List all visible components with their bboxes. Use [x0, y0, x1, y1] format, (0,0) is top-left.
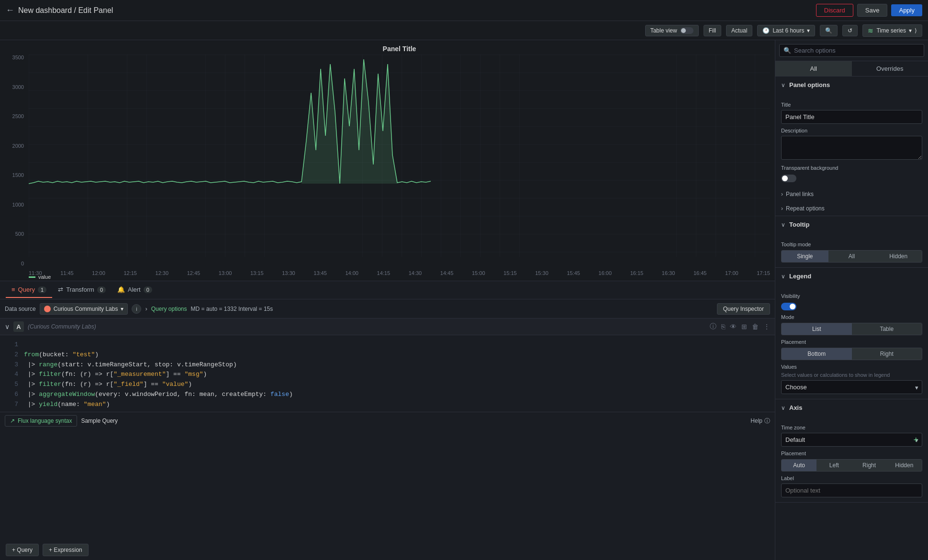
panel-description-input[interactable]: [781, 136, 922, 160]
axis-placement-auto[interactable]: Auto: [782, 460, 816, 471]
search-input[interactable]: [794, 47, 920, 54]
external-link-icon: ↗: [10, 417, 15, 424]
tab-alert[interactable]: 🔔 Alert 0: [112, 282, 158, 298]
expand-icon: ⟩: [915, 27, 917, 34]
section-tooltip-header[interactable]: ∨ Tooltip: [775, 216, 928, 233]
section-axis-header[interactable]: ∨ Axis: [775, 399, 928, 416]
top-bar: ← New dashboard / Edit Panel Discard Sav…: [0, 0, 928, 21]
legend-visibility-toggle[interactable]: [781, 303, 796, 310]
legend-values-select[interactable]: Choose: [781, 380, 922, 394]
legend-mode-list[interactable]: List: [782, 323, 852, 335]
section-axis: ∨ Axis Time zone Default + Placement: [775, 399, 928, 503]
legend-values-select-wrapper: Choose: [781, 380, 922, 394]
query-duplicate-icon[interactable]: ⊞: [741, 323, 747, 330]
flux-language-link[interactable]: ↗ Flux language syntax: [5, 415, 77, 427]
tab-overrides[interactable]: Overrides: [852, 61, 928, 76]
add-expression-button[interactable]: + Expression: [43, 544, 89, 556]
table-view-toggle[interactable]: Table view: [645, 25, 699, 36]
table-view-label: Table view: [650, 27, 677, 34]
sample-query-button[interactable]: Sample Query: [81, 417, 118, 424]
panel-links-subsection[interactable]: › Panel links: [775, 187, 928, 201]
repeat-options-subsection[interactable]: › Repeat options: [775, 201, 928, 216]
search-wrapper: 🔍: [779, 44, 924, 57]
query-eye-icon[interactable]: 👁: [730, 323, 737, 330]
tooltip-body: Tooltip mode Single All Hidden: [775, 233, 928, 267]
time-series-selector[interactable]: ≋ Time series ▾ ⟩: [862, 24, 922, 37]
chevron-down-icon: ▾: [909, 27, 912, 34]
query-inspector-button[interactable]: Query Inspector: [717, 303, 770, 315]
query-letter: A: [13, 321, 24, 332]
panel-title-input[interactable]: [781, 110, 922, 124]
query-copy-icon[interactable]: ⎘: [721, 323, 725, 330]
chart-svg: [29, 55, 770, 257]
chart-area: [29, 55, 770, 257]
section-tooltip: ∨ Tooltip Tooltip mode Single All Hidden: [775, 216, 928, 268]
query-options-button[interactable]: Query options: [151, 306, 187, 312]
transform-tab-icon: ⇄: [58, 286, 63, 293]
section-panel-options-header[interactable]: ∨ Panel options: [775, 77, 928, 93]
fill-button[interactable]: Fill: [704, 25, 721, 36]
datasource-icon: [44, 306, 51, 312]
tab-transform[interactable]: ⇄ Transform 0: [52, 282, 112, 298]
axis-placement-left[interactable]: Left: [816, 460, 851, 471]
time-range-icon: 🕐: [762, 27, 770, 34]
axis-placement-hidden[interactable]: Hidden: [887, 460, 922, 471]
datasource-select[interactable]: Curious Community Labs ▾: [40, 303, 128, 315]
chart-legend: value: [29, 274, 51, 280]
timezone-select[interactable]: Default: [781, 433, 922, 447]
transparent-bg-toggle[interactable]: [781, 175, 796, 182]
help-button[interactable]: Help ⓘ: [750, 417, 770, 425]
tooltip-mode-hidden[interactable]: Hidden: [875, 251, 922, 262]
refresh-button[interactable]: ↺: [842, 25, 858, 36]
tooltip-mode-label: Tooltip mode: [781, 242, 922, 247]
tooltip-mode-single[interactable]: Single: [782, 251, 828, 262]
collapse-button[interactable]: ∨: [5, 323, 10, 330]
table-view-switch[interactable]: [680, 27, 693, 34]
tooltip-mode-group: Single All Hidden: [781, 250, 922, 263]
query-delete-icon[interactable]: 🗑: [752, 323, 759, 330]
chart-title: Panel Title: [29, 45, 770, 53]
x-axis-labels: 11:30 11:45 12:00 12:15 12:30 12:45 13:0…: [29, 270, 770, 276]
query-tab-count: 1: [38, 286, 46, 293]
right-panel-search: 🔍: [775, 40, 928, 61]
code-line-6: 6 |> aggregateWindow(every: v.windowPeri…: [5, 390, 770, 400]
axis-label-label: Label: [781, 475, 922, 481]
discard-button[interactable]: Discard: [816, 4, 853, 17]
save-button[interactable]: Save: [857, 4, 888, 17]
query-menu-icon[interactable]: ⋮: [763, 323, 770, 330]
back-button[interactable]: ←: [6, 5, 14, 15]
legend-placement-bottom[interactable]: Bottom: [782, 348, 852, 360]
refresh-icon: ↺: [848, 27, 852, 34]
chevron-right-icon: ›: [781, 191, 783, 198]
legend-label: value: [38, 274, 51, 280]
legend-visibility-toggle-row: [781, 303, 922, 310]
section-legend-header[interactable]: ∨ Legend: [775, 268, 928, 285]
actual-button[interactable]: Actual: [726, 25, 752, 36]
add-query-button[interactable]: + Query: [6, 544, 39, 556]
add-timezone-button[interactable]: +: [913, 435, 918, 445]
apply-button[interactable]: Apply: [891, 4, 922, 16]
right-panel-content: ∨ Panel options Title Description Transp…: [775, 77, 928, 560]
legend-placement-group: Bottom Right: [781, 348, 922, 360]
time-range-picker[interactable]: 🕐 Last 6 hours ▾: [757, 25, 815, 36]
tooltip-mode-all[interactable]: All: [828, 251, 875, 262]
code-editor[interactable]: 1 2from(bucket: "test") 3 |> range(start…: [0, 335, 775, 412]
query-help-icon[interactable]: ⓘ: [710, 322, 716, 331]
datasource-name: Curious Community Labs: [54, 306, 118, 312]
alert-tab-icon: 🔔: [117, 286, 125, 293]
axis-body: Time zone Default + Placement Auto Left: [775, 416, 928, 502]
tab-all[interactable]: All: [775, 61, 852, 76]
axis-placement-group: Auto Left Right Hidden: [781, 459, 922, 472]
zoom-button[interactable]: 🔍: [820, 25, 838, 36]
axis-placement-right[interactable]: Right: [852, 460, 887, 471]
datasource-info-button[interactable]: i: [132, 304, 141, 314]
legend-placement-right[interactable]: Right: [852, 348, 922, 360]
chevron-down-icon: ∨: [781, 273, 785, 280]
query-editor-header: ∨ A (Curious Community Labs) ⓘ ⎘ 👁 ⊞ 🗑 ⋮: [0, 318, 775, 335]
panel-options-title: Panel options: [789, 81, 830, 88]
axis-placement-label: Placement: [781, 450, 922, 456]
description-label: Description: [781, 128, 922, 133]
legend-mode-table[interactable]: Table: [852, 323, 922, 335]
axis-label-input[interactable]: [781, 483, 922, 497]
tab-query[interactable]: ≡ Query 1: [6, 282, 52, 298]
